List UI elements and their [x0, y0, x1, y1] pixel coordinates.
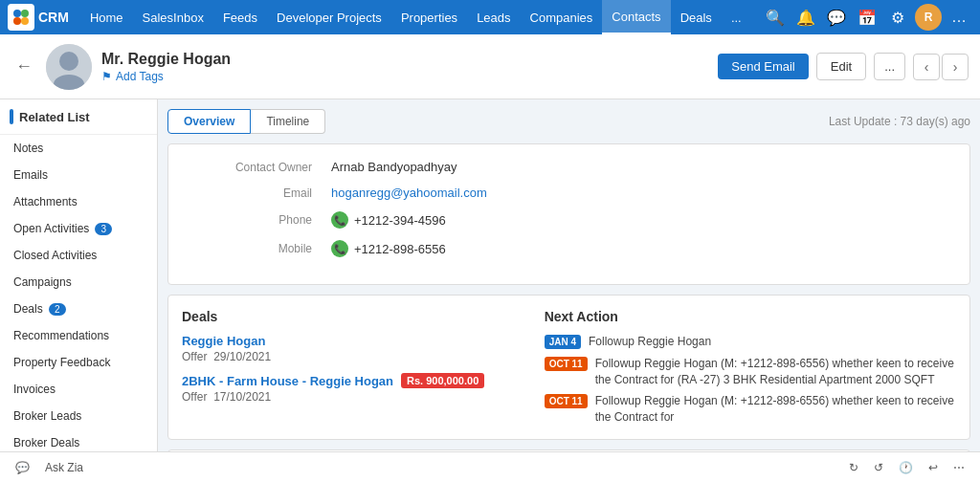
nav-contacts[interactable]: Contacts: [602, 0, 670, 34]
mobile-value: 📞 +1212-898-6556: [331, 240, 446, 257]
grid-icon[interactable]: …: [946, 4, 972, 31]
subheader-actions: Send Email Edit ... ‹ ›: [718, 53, 969, 80]
sidebar-item-deals[interactable]: Deals 2: [0, 296, 157, 322]
next-record-button[interactable]: ›: [942, 54, 969, 80]
nav-more[interactable]: ...: [722, 0, 751, 34]
deal2-name[interactable]: 2BHK - Farm House - Reggie Hogan: [182, 374, 393, 388]
nav-feeds[interactable]: Feeds: [213, 0, 267, 34]
tabs-bar: Overview Timeline Last Update : 73 day(s…: [167, 109, 970, 134]
owner-value: Arnab Bandyopadhyay: [331, 160, 457, 174]
mobile-icon: 📞: [331, 240, 348, 257]
sidebar-item-open-activities[interactable]: Open Activities 3: [0, 215, 157, 242]
sidebar-header: Related List: [0, 99, 157, 135]
more-options-button[interactable]: ...: [874, 53, 905, 80]
sidebar-item-invoices[interactable]: Invoices: [0, 376, 157, 403]
contact-fields-card: Contact Owner Arnab Bandyopadhyay Email …: [167, 143, 970, 285]
nav-properties[interactable]: Properties: [391, 0, 467, 34]
deals-left: Deals Reggie Hogan Offer 29/10/2021 2BHK…: [182, 309, 525, 426]
sidebar-item-emails[interactable]: Emails: [0, 162, 157, 188]
view-tabs: Overview Timeline: [167, 109, 325, 134]
svg-point-0: [13, 10, 21, 17]
field-row-phone: Phone 📞 +1212-394-4596: [188, 211, 950, 229]
field-row-email: Email hoganregg@yahoomail.com: [188, 186, 950, 200]
deal2-offer: Offer 17/10/2021: [182, 390, 525, 404]
nav-salesinbox[interactable]: SalesInbox: [133, 0, 213, 34]
phone-label: Phone: [188, 213, 312, 227]
sidebar-item-campaigns[interactable]: Campaigns: [0, 269, 157, 296]
mobile-label: Mobile: [188, 242, 312, 255]
action-entry-0: JAN 4 Followup Reggie Hogan: [545, 334, 956, 350]
sidebar-item-notes[interactable]: Notes: [0, 135, 157, 162]
deal2-price: Rs. 900,000.00: [401, 373, 484, 388]
sidebar-item-broker-leads[interactable]: Broker Leads: [0, 403, 157, 429]
action-badge-2: OCT 11: [545, 394, 588, 408]
deals-card: Deals Reggie Hogan Offer 29/10/2021 2BHK…: [167, 295, 970, 440]
email-label: Email: [188, 186, 312, 200]
search-icon[interactable]: 🔍: [762, 4, 789, 31]
sidebar-item-closed-activities[interactable]: Closed Activities: [0, 242, 157, 269]
email-value[interactable]: hoganregg@yahoomail.com: [331, 186, 487, 200]
subheader: ← Mr. Reggie Hogan ⚑ Add Tags Send Email…: [0, 34, 980, 99]
sidebar-item-property-feedback[interactable]: Property Feedback: [0, 349, 157, 376]
send-email-button[interactable]: Send Email: [718, 54, 808, 79]
tab-timeline[interactable]: Timeline: [251, 109, 325, 134]
contact-name: Mr. Reggie Hogan: [101, 51, 708, 68]
app-logo[interactable]: CRM: [8, 4, 69, 31]
expand-icon[interactable]: ↩: [928, 461, 938, 474]
contact-info: Mr. Reggie Hogan ⚑ Add Tags: [101, 51, 708, 83]
nav-icons: 🔍 🔔 💬 📅 ⚙ R …: [762, 4, 972, 31]
nav-deals[interactable]: Deals: [671, 0, 722, 34]
chat-bottom-icon[interactable]: 💬: [15, 461, 30, 474]
chat-icon-bottom: 💬: [15, 461, 30, 474]
phone-value: 📞 +1212-394-4596: [331, 211, 446, 229]
action-text-1: Followup Reggie Hogan (M: +1212-898-6556…: [595, 356, 956, 388]
deal1-name[interactable]: Reggie Hogan: [182, 334, 525, 348]
user-avatar[interactable]: R: [915, 4, 942, 31]
next-action-title: Next Action: [545, 309, 956, 324]
action-text-0: Followup Reggie Hogan: [589, 334, 711, 350]
svg-point-2: [13, 17, 21, 25]
sidebar-indicator: [10, 109, 13, 124]
sidebar-item-attachments[interactable]: Attachments: [0, 188, 157, 215]
bottom-bar: 💬 Ask Zia ↻ ↺ 🕐 ↩ ⋯: [0, 451, 980, 482]
add-tags-link[interactable]: ⚑ Add Tags: [101, 70, 708, 83]
nav-developer-projects[interactable]: Developer Projects: [267, 0, 391, 34]
edit-button[interactable]: Edit: [816, 53, 866, 80]
settings-icon[interactable]: ⚙: [884, 4, 911, 31]
undo-icon[interactable]: ↻: [849, 461, 858, 474]
more-bottom-icon[interactable]: ⋯: [953, 461, 965, 474]
logo-icon: [8, 4, 34, 31]
next-action-section: Next Action JAN 4 Followup Reggie Hogan …: [545, 309, 956, 426]
contact-fields: Contact Owner Arnab Bandyopadhyay Email …: [168, 144, 969, 284]
clock-icon[interactable]: 🕐: [899, 461, 913, 474]
nav-companies[interactable]: Companies: [521, 0, 603, 34]
nav-home[interactable]: Home: [80, 0, 133, 34]
svg-point-3: [21, 17, 29, 25]
deal2-row: 2BHK - Farm House - Reggie Hogan Rs. 900…: [182, 373, 525, 388]
open-activities-badge: 3: [95, 223, 112, 235]
owner-label: Contact Owner: [188, 161, 312, 174]
last-update-text: Last Update : 73 day(s) ago: [829, 115, 970, 128]
deal-entry-1: Reggie Hogan Offer 29/10/2021: [182, 334, 525, 363]
contact-avatar: [46, 44, 92, 90]
sidebar-item-recommendations[interactable]: Recommendations: [0, 322, 157, 349]
deals-badge: 2: [49, 303, 66, 316]
redo-icon[interactable]: ↺: [874, 461, 883, 474]
main-content: Overview Timeline Last Update : 73 day(s…: [158, 99, 980, 482]
sidebar: Related List Notes Emails Attachments Op…: [0, 99, 158, 482]
phone-icon: 📞: [331, 211, 348, 229]
ask-zia-button[interactable]: Ask Zia: [45, 461, 83, 474]
deal-entry-2: 2BHK - Farm House - Reggie Hogan Rs. 900…: [182, 373, 525, 404]
tab-overview[interactable]: Overview: [167, 109, 251, 134]
back-button[interactable]: ←: [11, 53, 36, 80]
nav-leads[interactable]: Leads: [467, 0, 520, 34]
prev-record-button[interactable]: ‹: [913, 54, 940, 80]
chat-icon[interactable]: 💬: [823, 4, 850, 31]
top-navigation: CRM Home SalesInbox Feeds Developer Proj…: [0, 0, 980, 34]
action-badge-1: OCT 11: [545, 357, 588, 371]
calendar-icon[interactable]: 📅: [854, 4, 880, 31]
bell-icon[interactable]: 🔔: [792, 4, 819, 31]
field-row-mobile: Mobile 📞 +1212-898-6556: [188, 240, 950, 257]
action-text-2: Followup Reggie Hogan (M: +1212-898-6556…: [595, 393, 956, 426]
deals-title: Deals: [182, 309, 525, 324]
